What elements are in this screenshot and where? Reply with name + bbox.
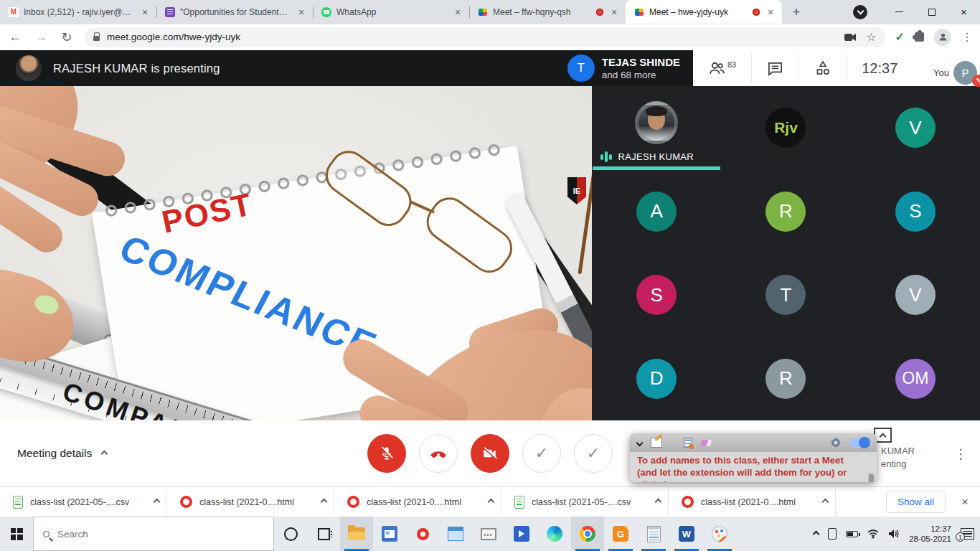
- download-item[interactable]: class-list (2021-0....html: [334, 487, 501, 517]
- download-item[interactable]: class-list (2021-0....html: [167, 487, 334, 517]
- download-item[interactable]: class-list (2021-05-....csv: [501, 487, 669, 517]
- scrollbar[interactable]: [868, 473, 875, 482]
- tray-expand-icon[interactable]: [813, 530, 820, 537]
- toggle-switch[interactable]: [850, 438, 870, 448]
- minimize-button[interactable]: [883, 0, 915, 24]
- camera-toggle-button[interactable]: [471, 434, 509, 473]
- bookmark-star-icon[interactable]: ☆: [866, 30, 876, 44]
- extension-check-button-2[interactable]: ✓: [574, 434, 613, 473]
- url-bar[interactable]: meet.google.com/hwe-yjdy-uyk ☆: [85, 27, 885, 47]
- tab-close-icon[interactable]: ×: [608, 6, 620, 18]
- lock-icon: [93, 36, 100, 41]
- presentation-stage[interactable]: POST COMPLIANCE COMPANY PROCEDURES: [0, 86, 592, 420]
- utility-app-button[interactable]: [472, 517, 505, 551]
- tab-meet-2-active[interactable]: Meet – hwe-yjdy-uyk ×: [626, 0, 782, 24]
- extension-check-icon[interactable]: ✓: [895, 30, 905, 44]
- camera-in-use-icon[interactable]: [844, 33, 856, 42]
- participant-tile[interactable]: V: [851, 253, 980, 337]
- chevron-up-icon[interactable]: [822, 499, 829, 506]
- tablet-mode-icon[interactable]: [828, 528, 837, 540]
- notification-center-icon[interactable]: 1: [961, 528, 974, 540]
- chevron-up-icon[interactable]: [488, 499, 495, 506]
- extension-check-button-1[interactable]: ✓: [522, 434, 561, 473]
- opera-button[interactable]: [406, 517, 439, 551]
- paint-button[interactable]: [703, 517, 736, 551]
- tab-meet-1[interactable]: Meet – ffw-hqny-qsh ×: [469, 0, 626, 24]
- tab-close-icon[interactable]: ×: [139, 6, 151, 18]
- end-call-button[interactable]: [419, 434, 458, 473]
- participant-tile[interactable]: R: [721, 170, 850, 254]
- chevron-up-icon[interactable]: [154, 499, 161, 506]
- mic-off-icon: [975, 77, 980, 84]
- taskbar-search[interactable]: [33, 517, 274, 551]
- more-options-icon[interactable]: ⋮: [954, 446, 968, 462]
- tab-forms[interactable]: "Opportunities for Students & ×: [156, 0, 313, 24]
- window-app-button[interactable]: [439, 517, 472, 551]
- maximize-button[interactable]: [915, 0, 948, 24]
- notepad-button[interactable]: [637, 517, 670, 551]
- tab-gmail[interactable]: M Inbox (2,512) - rajiv.iyer@kcc ×: [0, 0, 156, 24]
- chrome-button[interactable]: [571, 517, 604, 551]
- chevron-up-icon[interactable]: [655, 499, 662, 506]
- current-speaker[interactable]: T TEJAS SHINDE and 68 more: [563, 50, 693, 86]
- minimize-icon: [895, 11, 903, 13]
- back-button[interactable]: ←: [7, 29, 23, 44]
- media-control-button[interactable]: [853, 5, 867, 19]
- profile-button[interactable]: [934, 29, 951, 46]
- participant-tile[interactable]: OM: [851, 337, 980, 421]
- extensions-puzzle-icon[interactable]: [915, 32, 924, 42]
- participant-tile[interactable]: V: [851, 86, 980, 170]
- chat-button[interactable]: [752, 52, 798, 84]
- participant-name: RAJESH KUMAR: [618, 151, 694, 162]
- tab-close-icon[interactable]: ×: [452, 6, 463, 18]
- file-explorer-button[interactable]: [340, 517, 373, 551]
- participant-tile[interactable]: S: [592, 253, 721, 337]
- participant-tile[interactable]: RAJESH KUMAR: [592, 86, 721, 170]
- participant-tile[interactable]: Rjv: [721, 86, 850, 170]
- mic-toggle-button[interactable]: [367, 434, 406, 473]
- close-downloads-icon[interactable]: ×: [961, 495, 969, 509]
- edge-button[interactable]: [538, 517, 571, 551]
- taskbar-clock[interactable]: 12:37 28-05-2021: [909, 524, 951, 545]
- download-item[interactable]: class-list (2021-05-....csv: [0, 487, 167, 517]
- participant-tile[interactable]: S: [851, 170, 980, 254]
- reload-button[interactable]: ↻: [59, 29, 75, 45]
- eraser-icon[interactable]: [700, 440, 712, 446]
- participant-tile[interactable]: A: [592, 170, 721, 254]
- chevron-up-icon[interactable]: [321, 499, 328, 506]
- tab-close-icon[interactable]: ×: [765, 6, 776, 18]
- forward-button[interactable]: →: [33, 29, 49, 44]
- browser-menu-icon[interactable]: ⋮: [961, 30, 973, 44]
- participant-tile[interactable]: T: [721, 253, 850, 337]
- show-all-downloads-button[interactable]: Show all: [886, 491, 946, 513]
- document-icon[interactable]: [684, 438, 692, 448]
- participant-tile[interactable]: R: [721, 337, 850, 421]
- wps-button[interactable]: W: [670, 517, 703, 551]
- chevron-down-icon[interactable]: [636, 439, 644, 446]
- gear-icon[interactable]: [830, 437, 842, 448]
- volume-icon[interactable]: [888, 529, 900, 539]
- download-item[interactable]: class-list (2021-0....html: [669, 487, 836, 517]
- start-button[interactable]: [0, 517, 33, 551]
- photos-app-button[interactable]: [373, 517, 406, 551]
- edit-icon[interactable]: [651, 438, 662, 448]
- movies-app-button[interactable]: [505, 517, 538, 551]
- close-window-button[interactable]: ×: [948, 0, 980, 24]
- meeting-details-button[interactable]: Meeting details: [17, 447, 107, 460]
- self-view[interactable]: You P: [933, 61, 977, 85]
- new-tab-button[interactable]: +: [786, 2, 806, 22]
- search-input[interactable]: [57, 529, 264, 540]
- url-text[interactable]: meet.google.com/hwe-yjdy-uyk: [107, 32, 837, 42]
- pdf-app-button[interactable]: G: [604, 517, 637, 551]
- task-view-button[interactable]: [307, 517, 340, 551]
- wifi-icon[interactable]: [867, 529, 879, 539]
- participant-avatar: R: [765, 359, 806, 399]
- tab-whatsapp[interactable]: ☎ WhatsApp ×: [313, 0, 469, 24]
- tab-close-icon[interactable]: ×: [296, 6, 307, 18]
- participants-button[interactable]: 83: [693, 52, 751, 84]
- cortana-button[interactable]: [274, 517, 307, 551]
- attendance-extension-popup[interactable]: To add names to this class, either start…: [630, 433, 877, 482]
- participant-tile[interactable]: D: [592, 337, 721, 421]
- battery-icon[interactable]: [846, 531, 858, 537]
- activities-button[interactable]: [799, 52, 847, 84]
